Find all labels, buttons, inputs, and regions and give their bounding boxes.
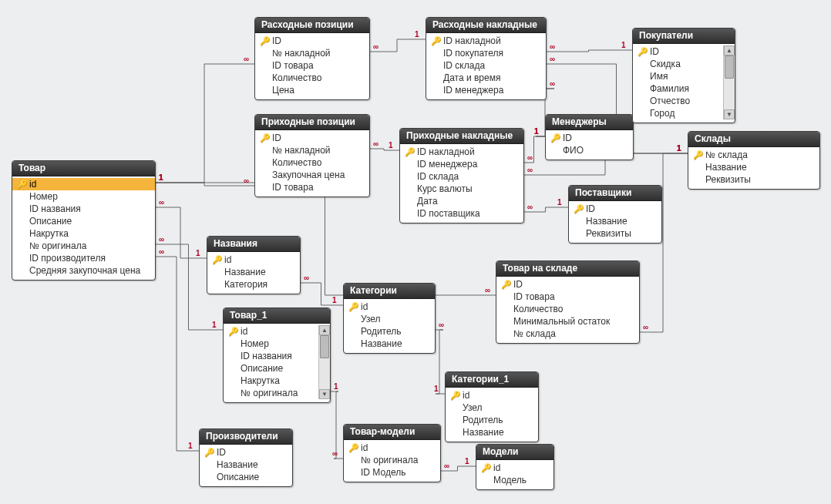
table-field[interactable]: 🔑Дата и время — [426, 72, 546, 84]
table-field[interactable]: 🔑Накрутка — [12, 227, 155, 240]
table-field[interactable]: 🔑Категория — [207, 278, 300, 291]
table-field[interactable]: 🔑Минимальный остаток — [496, 315, 639, 328]
table-field[interactable]: 🔑Отчество — [633, 95, 723, 107]
table-field[interactable]: 🔑Средняя закупочная цена — [12, 264, 155, 277]
table-field[interactable]: 🔑id — [224, 325, 318, 338]
table-field[interactable]: 🔑Описание — [224, 362, 318, 375]
table-field[interactable]: 🔑Название — [569, 215, 661, 227]
table-field[interactable]: 🔑Дата — [400, 195, 523, 207]
table-field[interactable]: 🔑ID склада — [426, 59, 546, 72]
table-field[interactable]: 🔑ID — [546, 132, 633, 144]
table-field[interactable]: 🔑Название — [200, 459, 292, 471]
table-field[interactable]: 🔑Имя — [633, 70, 723, 82]
table-field[interactable]: 🔑Название — [344, 338, 435, 350]
table-field[interactable]: 🔑ID накладной — [400, 146, 523, 158]
table-kategorii[interactable]: Категории🔑id🔑Узел🔑Родитель🔑Название — [343, 283, 436, 354]
table-field[interactable]: 🔑Описание — [200, 471, 292, 483]
table-field[interactable]: 🔑ID — [200, 446, 292, 459]
table-prih_poz[interactable]: Приходные позиции🔑ID🔑№ накладной🔑Количес… — [254, 114, 370, 197]
table-field[interactable]: 🔑Фамилия — [633, 82, 723, 95]
table-field[interactable]: 🔑id — [207, 254, 300, 266]
table-prih_nakl[interactable]: Приходные накладные🔑ID накладной🔑ID мене… — [399, 128, 524, 223]
scroll-down-icon[interactable]: ▼ — [724, 109, 735, 119]
key-icon: 🔑 — [260, 36, 269, 46]
table-field[interactable]: 🔑id — [344, 301, 435, 313]
table-field[interactable]: 🔑Количество — [255, 72, 369, 84]
table-field[interactable]: 🔑Город — [633, 107, 723, 119]
table-field[interactable]: 🔑Родитель — [446, 414, 538, 426]
table-field[interactable]: 🔑id — [446, 389, 538, 402]
table-field[interactable]: 🔑Количество — [496, 303, 639, 315]
table-field[interactable]: 🔑id — [344, 442, 440, 454]
table-field[interactable]: 🔑ID названия — [224, 350, 318, 362]
table-field[interactable]: 🔑Номер — [12, 190, 155, 203]
table-field[interactable]: 🔑ID — [569, 203, 661, 215]
table-tovar_na_sklade[interactable]: Товар на складе🔑ID🔑ID товара🔑Количество🔑… — [496, 260, 640, 344]
table-proizvoditeli[interactable]: Производители🔑ID🔑Название🔑Описание — [199, 428, 293, 487]
table-field[interactable]: 🔑ID товара — [496, 291, 639, 303]
scroll-up-icon[interactable]: ▲ — [319, 325, 330, 335]
table-field[interactable]: 🔑№ накладной — [255, 47, 369, 59]
table-rash_poz[interactable]: Расходные позиции🔑ID🔑№ накладной🔑ID това… — [254, 17, 370, 100]
table-sklady[interactable]: Склады🔑№ склада🔑Название🔑Реквизиты — [688, 131, 820, 190]
table-title: Товар — [12, 161, 155, 176]
table-field[interactable]: 🔑Курс валюты — [400, 183, 523, 195]
table-field[interactable]: 🔑Закупочная цена — [255, 169, 369, 181]
table-managers[interactable]: Менеджеры🔑ID🔑ФИО — [545, 114, 634, 160]
table-title: Менеджеры — [546, 115, 633, 130]
table-field[interactable]: 🔑№ склада — [688, 149, 819, 161]
table-nazvaniya[interactable]: Названия🔑id🔑Название🔑Категория — [207, 236, 301, 294]
table-field[interactable]: 🔑ID менеджера — [400, 158, 523, 170]
relationship-line — [523, 207, 568, 212]
table-field[interactable]: 🔑№ оригинала — [344, 454, 440, 466]
table-field[interactable]: 🔑Цена — [255, 84, 369, 96]
table-field[interactable]: 🔑ID менеджера — [426, 84, 546, 96]
table-field[interactable]: 🔑ID накладной — [426, 35, 546, 47]
table-field[interactable]: 🔑ID производителя — [12, 252, 155, 264]
table-field[interactable]: 🔑Номер — [224, 338, 318, 350]
table-field[interactable]: 🔑№ оригинала — [12, 240, 155, 252]
scrollbar[interactable]: ▲▼ — [318, 325, 330, 399]
table-tovar_1[interactable]: Товар_1🔑id🔑Номер🔑ID названия🔑Описание🔑На… — [223, 307, 331, 403]
table-pokupateli[interactable]: Покупатели🔑ID🔑Скидка🔑Имя🔑Фамилия🔑Отчеств… — [632, 28, 735, 123]
scroll-down-icon[interactable]: ▼ — [319, 389, 330, 399]
table-field[interactable]: 🔑Реквизиты — [569, 227, 661, 240]
table-field[interactable]: 🔑ID товара — [255, 181, 369, 193]
scroll-up-icon[interactable]: ▲ — [724, 45, 735, 55]
table-field[interactable]: 🔑ID поставщика — [400, 207, 523, 220]
table-field[interactable]: 🔑ID — [496, 278, 639, 291]
table-field[interactable]: 🔑№ оригинала — [224, 387, 318, 399]
table-field[interactable]: 🔑Узел — [344, 313, 435, 325]
table-field[interactable]: 🔑Скидка — [633, 58, 723, 70]
table-field[interactable]: 🔑ID покупателя — [426, 47, 546, 59]
table-field[interactable]: 🔑№ накладной — [255, 144, 369, 156]
table-field[interactable]: 🔑ID названия — [12, 203, 155, 215]
table-field[interactable]: 🔑Реквизиты — [688, 173, 819, 186]
table-field[interactable]: 🔑Модель — [476, 474, 553, 486]
table-field[interactable]: 🔑Родитель — [344, 325, 435, 338]
table-tovar[interactable]: Товар🔑id🔑Номер🔑ID названия🔑Описание🔑Накр… — [12, 160, 156, 281]
table-field[interactable]: 🔑ID товара — [255, 59, 369, 72]
table-postav[interactable]: Поставщики🔑ID🔑Название🔑Реквизиты — [568, 185, 662, 244]
table-field[interactable]: 🔑id — [12, 178, 155, 190]
table-field[interactable]: 🔑ID Модель — [344, 466, 440, 479]
table-field[interactable]: 🔑ID склада — [400, 170, 523, 183]
table-field[interactable]: 🔑ФИО — [546, 144, 633, 156]
table-field[interactable]: 🔑id — [476, 462, 553, 474]
table-field[interactable]: 🔑ID — [255, 35, 369, 47]
table-field[interactable]: 🔑ID — [255, 132, 369, 144]
table-kategorii_1[interactable]: Категории_1🔑id🔑Узел🔑Родитель🔑Название — [445, 371, 539, 442]
scrollbar[interactable]: ▲▼ — [723, 45, 735, 119]
table-field[interactable]: 🔑ID — [633, 45, 723, 58]
table-field[interactable]: 🔑Узел — [446, 402, 538, 414]
table-field[interactable]: 🔑Количество — [255, 156, 369, 169]
table-field[interactable]: 🔑Название — [446, 426, 538, 438]
table-field[interactable]: 🔑Название — [688, 161, 819, 173]
table-tovar_modeli[interactable]: Товар-модели🔑id🔑№ оригинала🔑ID Модель — [343, 424, 441, 482]
table-field[interactable]: 🔑Описание — [12, 215, 155, 227]
table-field[interactable]: 🔑Накрутка — [224, 375, 318, 387]
table-field[interactable]: 🔑№ склада — [496, 328, 639, 340]
table-rash_nakl[interactable]: Расходные накладные🔑ID накладной🔑ID поку… — [426, 17, 547, 100]
table-modeli[interactable]: Модели🔑id🔑Модель — [476, 444, 554, 490]
table-field[interactable]: 🔑Название — [207, 266, 300, 278]
